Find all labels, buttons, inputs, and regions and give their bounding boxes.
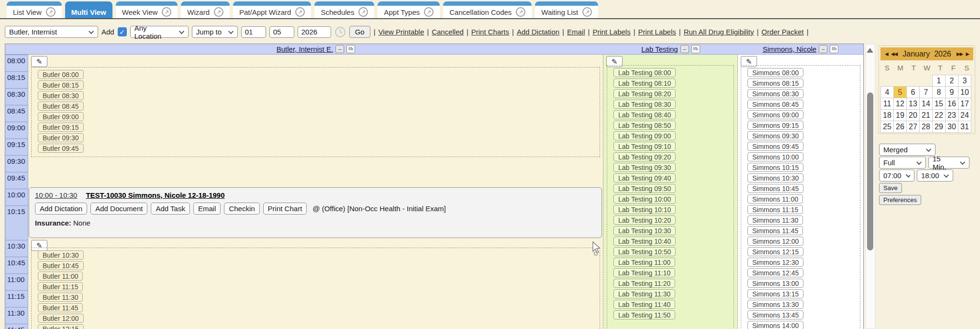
slot-button-simmons-13-15[interactable]: Simmons 13:15: [747, 289, 803, 298]
slot-button-simmons-09-15[interactable]: Simmons 09:15: [747, 121, 803, 130]
popout-icon[interactable]: ↗: [582, 7, 592, 17]
slot-button-lab-testing-09-00[interactable]: Lab Testing 09:00: [613, 131, 676, 140]
calendar-day[interactable]: 27: [906, 121, 920, 133]
location-select[interactable]: Any Location: [130, 26, 189, 38]
calendar-day[interactable]: 21: [919, 109, 933, 121]
email-button[interactable]: Email: [193, 203, 221, 215]
toolbar-link-print-charts[interactable]: Print Charts: [471, 28, 509, 36]
slot-button-simmons-13-30[interactable]: Simmons 13:30: [747, 300, 803, 309]
calendar-day[interactable]: 1: [932, 75, 946, 87]
slot-button-lab-testing-10-50[interactable]: Lab Testing 10:50: [613, 247, 676, 256]
slot-button-butler-12-00[interactable]: Butler 12:00: [38, 314, 84, 323]
slot-button-lab-testing-08-20[interactable]: Lab Testing 08:20: [613, 89, 676, 98]
popout-icon[interactable]: ↗: [516, 7, 525, 17]
slot-button-lab-testing-10-20[interactable]: Lab Testing 10:20: [613, 216, 676, 225]
calendar-day[interactable]: 14: [919, 98, 933, 110]
slot-button-simmons-11-15[interactable]: Simmons 11:15: [747, 205, 803, 214]
calendar-prev-fast-icon[interactable]: ◀◀: [890, 51, 899, 57]
calendar-day[interactable]: 16: [945, 98, 958, 110]
collapse-column-button[interactable]: –: [680, 45, 689, 53]
slot-button-lab-testing-09-40[interactable]: Lab Testing 09:40: [613, 173, 676, 182]
calendar-day[interactable]: 20: [906, 109, 920, 121]
print-chart-button[interactable]: Print Chart: [263, 203, 307, 215]
calendar-day[interactable]: 10: [958, 86, 971, 98]
go-button[interactable]: Go: [349, 26, 370, 38]
tab-waiting-list[interactable]: Waiting List↗: [535, 1, 598, 18]
slot-button-simmons-08-30[interactable]: Simmons 08:30: [747, 89, 803, 98]
toolbar-link-email[interactable]: Email: [567, 28, 585, 36]
slot-button-simmons-11-00[interactable]: Simmons 11:00: [747, 194, 803, 204]
slot-button-butler-12-15[interactable]: Butler 12:15: [38, 324, 84, 329]
day-end-select[interactable]: 18:00: [917, 170, 953, 182]
slot-button-lab-testing-08-30[interactable]: Lab Testing 08:30: [613, 100, 676, 109]
slot-button-lab-testing-08-10[interactable]: Lab Testing 08:10: [613, 79, 676, 88]
slot-button-lab-testing-08-40[interactable]: Lab Testing 08:40: [613, 110, 676, 119]
slot-button-lab-testing-10-30[interactable]: Lab Testing 10:30: [613, 226, 676, 235]
slot-button-simmons-12-30[interactable]: Simmons 12:30: [747, 258, 803, 267]
scrollbar-thumb[interactable]: [867, 92, 873, 250]
slot-button-lab-testing-11-00[interactable]: Lab Testing 11:00: [613, 258, 675, 267]
appointment-block[interactable]: 10:00 - 10:30 TEST-10030 Simmons, Nicole…: [29, 187, 602, 238]
provider-name-link[interactable]: Simmons, Nicole: [763, 45, 817, 53]
date-month-input[interactable]: 01: [241, 26, 266, 38]
vertical-scrollbar[interactable]: [865, 44, 875, 329]
calendar-selected-day[interactable]: 5: [893, 86, 907, 98]
checkin-button[interactable]: Checkin: [224, 203, 259, 215]
slot-button-lab-testing-11-50[interactable]: Lab Testing 11:50: [613, 310, 675, 319]
add-document-button[interactable]: Add Document: [90, 203, 147, 215]
slot-button-simmons-12-15[interactable]: Simmons 12:15: [747, 247, 803, 256]
tab-week-view[interactable]: Week View↗: [116, 1, 178, 18]
slot-button-butler-09-30[interactable]: Butler 09:30: [38, 133, 84, 142]
collapse-column-button[interactable]: –: [335, 45, 344, 53]
slot-button-lab-testing-11-30[interactable]: Lab Testing 11:30: [613, 289, 675, 298]
popout-icon[interactable]: ↗: [214, 7, 223, 17]
calendar-day[interactable]: 23: [945, 109, 958, 121]
slot-button-lab-testing-09-50[interactable]: Lab Testing 09:50: [613, 184, 676, 193]
slot-button-simmons-12-00[interactable]: Simmons 12:00: [747, 237, 803, 246]
slot-button-simmons-14-00[interactable]: Simmons 14:00: [747, 321, 803, 329]
slot-button-lab-testing-11-40[interactable]: Lab Testing 11:40: [613, 300, 675, 309]
slot-button-lab-testing-08-50[interactable]: Lab Testing 08:50: [613, 121, 676, 130]
slot-button-butler-11-15[interactable]: Butler 11:15: [38, 282, 83, 291]
calendar-day[interactable]: 17: [958, 98, 971, 110]
calendar-day[interactable]: 15: [932, 98, 946, 110]
add-task-button[interactable]: Add Task: [151, 203, 189, 215]
merged-select[interactable]: Merged: [879, 144, 935, 156]
fb-button[interactable]: f/b: [830, 45, 838, 53]
popout-icon[interactable]: ↗: [46, 7, 56, 17]
slot-button-butler-11-00[interactable]: Butler 11:00: [38, 272, 83, 281]
calendar-next-fast-icon[interactable]: ▶▶: [955, 51, 964, 57]
slot-button-simmons-08-15[interactable]: Simmons 08:15: [747, 79, 803, 88]
calendar-day[interactable]: 4: [880, 86, 894, 98]
slot-button-lab-testing-09-20[interactable]: Lab Testing 09:20: [613, 152, 676, 161]
calendar-day[interactable]: 11: [880, 98, 894, 110]
slot-button-butler-10-45[interactable]: Butler 10:45: [38, 261, 84, 270]
slot-button-simmons-12-45[interactable]: Simmons 12:45: [747, 268, 803, 277]
save-button[interactable]: Save: [879, 183, 902, 193]
date-year-input[interactable]: 2026: [298, 26, 331, 38]
provider-select[interactable]: Butler, Internist: [5, 26, 98, 38]
calendar-day[interactable]: 7: [919, 86, 933, 98]
collapse-column-button[interactable]: –: [819, 45, 827, 53]
slot-button-lab-testing-09-10[interactable]: Lab Testing 09:10: [613, 142, 676, 151]
scroll-up-icon[interactable]: [867, 48, 873, 53]
edit-slot-button[interactable]: ✎: [31, 56, 47, 67]
slot-button-butler-09-00[interactable]: Butler 09:00: [38, 112, 84, 121]
preferences-button[interactable]: Preferences: [879, 195, 921, 205]
slot-button-simmons-11-30[interactable]: Simmons 11:30: [747, 216, 803, 225]
calendar-day[interactable]: 31: [958, 121, 971, 133]
provider-name-link[interactable]: Butler, Internist E.: [277, 45, 333, 53]
slot-button-lab-testing-08-00[interactable]: Lab Testing 08:00: [613, 68, 676, 77]
slot-button-simmons-10-45[interactable]: Simmons 10:45: [747, 184, 803, 193]
tab-cancellation-codes[interactable]: Cancellation Codes↗: [443, 1, 532, 18]
tab-schedules[interactable]: Schedules↗: [314, 1, 374, 18]
calendar-day[interactable]: 2: [945, 75, 958, 87]
calendar-day[interactable]: 22: [932, 109, 946, 121]
tab-pat-appt-wizard[interactable]: Pat/Appt Wizard↗: [233, 1, 311, 18]
slot-button-simmons-08-00[interactable]: Simmons 08:00: [747, 68, 803, 77]
toolbar-link-order-packet[interactable]: Order Packet: [761, 28, 803, 36]
calendar-prev-icon[interactable]: ◀: [883, 51, 890, 57]
slot-button-lab-testing-09-30[interactable]: Lab Testing 09:30: [613, 163, 676, 172]
popout-icon[interactable]: ↗: [295, 7, 305, 17]
slot-button-butler-08-30[interactable]: Butler 08:30: [38, 91, 84, 100]
